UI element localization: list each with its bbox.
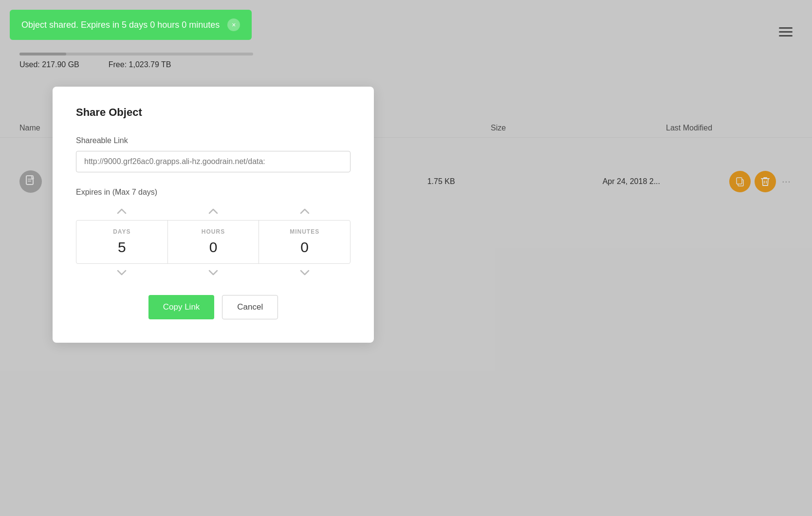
modal-title: Share Object [76, 106, 351, 119]
minutes-label: MINUTES [263, 228, 346, 235]
hours-decrement-button[interactable] [201, 268, 226, 277]
time-boxes: DAYS 5 HOURS 0 MINUTES 0 [76, 220, 351, 264]
copy-link-button[interactable]: Copy Link [148, 295, 215, 319]
share-object-modal: Share Object Shareable Link Expires in (… [53, 87, 374, 343]
time-picker: DAYS 5 HOURS 0 MINUTES 0 [76, 206, 351, 277]
minutes-value: 0 [263, 239, 346, 256]
days-box: DAYS 5 [76, 221, 168, 263]
minutes-increment-button[interactable] [292, 206, 317, 216]
days-increment-button[interactable] [109, 206, 134, 216]
hours-box: HOURS 0 [168, 221, 259, 263]
chevrons-up-row [76, 206, 351, 216]
hours-label: HOURS [172, 228, 255, 235]
modal-buttons: Copy Link Cancel [76, 295, 351, 319]
expires-in-label: Expires in (Max 7 days) [76, 188, 351, 197]
minutes-box: MINUTES 0 [259, 221, 350, 263]
days-value: 5 [80, 239, 164, 256]
notification-close-button[interactable]: × [227, 18, 240, 31]
hours-increment-button[interactable] [201, 206, 226, 216]
chevrons-down-row [76, 268, 351, 277]
minutes-decrement-button[interactable] [292, 268, 317, 277]
cancel-button[interactable]: Cancel [222, 295, 278, 319]
days-label: DAYS [80, 228, 164, 235]
shareable-link-input[interactable] [76, 151, 351, 172]
notification-banner: Object shared. Expires in 5 days 0 hours… [10, 10, 252, 40]
days-decrement-button[interactable] [109, 268, 134, 277]
notification-message: Object shared. Expires in 5 days 0 hours… [21, 20, 220, 30]
hours-value: 0 [172, 239, 255, 256]
shareable-link-label: Shareable Link [76, 136, 351, 145]
